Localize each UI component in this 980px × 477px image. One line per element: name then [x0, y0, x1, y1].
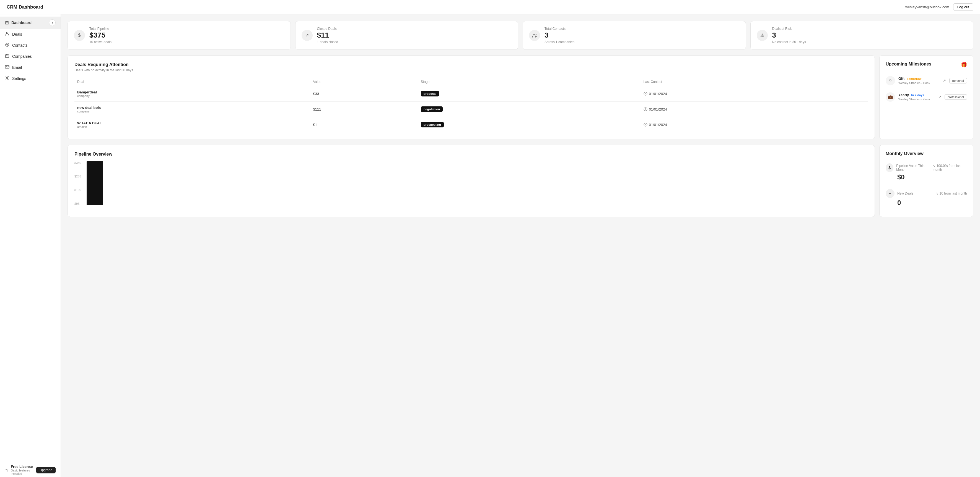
total-pipeline-icon: $ [74, 30, 85, 41]
svg-rect-5 [8, 55, 8, 56]
total-contacts-sub: Across 1 companies [544, 40, 574, 44]
deals-at-risk-icon: ⚠ [757, 30, 768, 41]
closed-deals-sub: 1 deals closed [317, 40, 338, 44]
milestone-arrow-icon[interactable]: ↗ [938, 95, 941, 99]
y-label-3: $190 [75, 188, 81, 192]
main-content: $ Total Pipeline $375 10 active deals ↗ … [61, 14, 980, 477]
logout-button[interactable]: Log out [953, 3, 974, 11]
milestone-when: Tomorrow [907, 77, 921, 81]
stat-card-closed-deals: ↗ Closed Deals $11 1 deals closed [295, 21, 519, 50]
sidebar-item-email[interactable]: Email [0, 62, 60, 73]
deal-stage: prospecting [418, 117, 641, 132]
table-row[interactable]: WHAT A DEAL amazin $1 prospecting 01/01/… [75, 117, 868, 132]
table-row[interactable]: new deal bois company $111 negotiation 0… [75, 101, 868, 117]
list-item[interactable]: 💼 Yearly In 2 days Wesley Straalen - ili… [886, 89, 967, 105]
monthly-new-deals: + New Deals ↘ 10 from last month 0 [886, 185, 967, 211]
pipeline-value-value: $0 [897, 173, 967, 181]
svg-point-1 [6, 43, 9, 46]
list-item[interactable]: ♡ Gift Tomorrow Wesley Straalen - ilionx… [886, 73, 967, 89]
license-name: Free License [11, 464, 36, 469]
last-contact: 01/01/2024 [644, 107, 865, 111]
svg-rect-3 [6, 55, 9, 57]
pipeline-value-label: Pipeline Value This Month [896, 164, 930, 172]
svg-point-9 [6, 78, 8, 79]
milestones-card: Upcoming Milestones 🎁 ♡ Gift Tomorrow We… [879, 55, 974, 139]
deal-cell: Bangerdeal company [75, 86, 310, 101]
sidebar-item-dashboard[interactable]: ⊞ Dashboard ‹ [0, 17, 60, 29]
milestone-info: Gift Tomorrow Wesley Straalen - ilionx [898, 76, 940, 84]
deal-value: $1 [310, 117, 418, 132]
pipeline-value-change: ↘ 100.0% from last month [933, 164, 967, 172]
milestone-icon: ♡ [886, 76, 895, 86]
deal-company: amazin [77, 125, 308, 128]
deals-at-risk-info: Deals at Risk 3 No contact in 30+ days [772, 27, 806, 44]
y-label-4: $95 [75, 202, 81, 205]
deal-name: new deal bois [77, 106, 308, 110]
stat-card-total-contacts: Total Contacts 3 Across 1 companies [523, 21, 746, 50]
svg-point-2 [6, 44, 8, 45]
deal-name: WHAT A DEAL [77, 121, 308, 125]
sidebar: ⊞ Dashboard ‹ Deals Contacts [0, 14, 61, 477]
deals-attention-title: Deals Requiring Attention [75, 62, 868, 67]
stat-card-total-pipeline: $ Total Pipeline $375 10 active deals [67, 21, 291, 50]
deal-cell: WHAT A DEAL amazin [75, 117, 310, 132]
sidebar-item-contacts[interactable]: Contacts [0, 40, 60, 51]
monthly-pipeline-value: $ Pipeline Value This Month ↘ 100.0% fro… [886, 160, 967, 185]
gift-icon: 🎁 [961, 62, 967, 68]
deals-attention-card: Deals Requiring Attention Deals with no … [67, 55, 875, 139]
deals-attention-subtitle: Deals with no activity in the last 30 da… [75, 68, 868, 72]
milestone-arrow-icon[interactable]: ↗ [943, 79, 946, 82]
stage-badge: proposal [421, 91, 439, 97]
total-pipeline-sub: 10 active deals [89, 40, 111, 44]
sidebar-item-label: Companies [12, 54, 32, 59]
deal-last-contact: 01/01/2024 [641, 101, 868, 117]
sidebar-nav: ⊞ Dashboard ‹ Deals Contacts [0, 14, 60, 86]
deals-at-risk-sub: No contact in 30+ days [772, 40, 806, 44]
monthly-overview-card: Monthly Overview $ Pipeline Value This M… [879, 145, 974, 217]
settings-icon [5, 76, 10, 81]
last-contact: 01/01/2024 [644, 123, 865, 127]
table-row[interactable]: Bangerdeal company $33 proposal 01/01/20… [75, 86, 868, 101]
sidebar-item-label: Settings [12, 76, 26, 81]
svg-rect-8 [5, 65, 9, 68]
deals-table: Deal Value Stage Last Contact Bangerdeal… [75, 78, 868, 132]
deal-value: $111 [310, 101, 418, 117]
milestone-title: Yearly In 2 days [898, 93, 935, 97]
new-deals-icon: + [886, 189, 894, 198]
deal-company: company [77, 110, 308, 113]
y-label-2: $285 [75, 175, 81, 178]
sidebar-collapse-button[interactable]: ‹ [49, 19, 56, 26]
upgrade-button[interactable]: Upgrade [36, 467, 56, 474]
milestone-when: In 2 days [911, 93, 924, 97]
total-contacts-label: Total Contacts [544, 27, 574, 31]
deals-icon [5, 32, 10, 37]
deal-name: Bangerdeal [77, 90, 308, 94]
svg-rect-4 [6, 55, 7, 56]
milestone-tag: personal [949, 78, 967, 84]
col-stage: Stage [418, 78, 641, 86]
new-deals-value: 0 [897, 199, 967, 207]
total-contacts-info: Total Contacts 3 Across 1 companies [544, 27, 574, 44]
milestones-title: Upcoming Milestones [886, 62, 931, 67]
sidebar-item-label: Deals [12, 32, 22, 36]
deal-stage: proposal [418, 86, 641, 101]
sidebar-item-deals[interactable]: Deals [0, 29, 60, 40]
chart-y-labels: $380 $285 $190 $95 [75, 161, 81, 205]
pipeline-value-icon: $ [886, 163, 893, 172]
milestone-icon: 💼 [886, 92, 895, 102]
contacts-icon [5, 43, 10, 48]
total-contacts-value: 3 [544, 31, 574, 39]
svg-point-0 [6, 32, 8, 34]
y-label-1: $380 [75, 161, 81, 165]
sidebar-item-label: Contacts [12, 43, 27, 48]
sidebar-bottom: ☆ Free License Basic features included U… [0, 460, 60, 477]
stat-card-deals-at-risk: ⚠ Deals at Risk 3 No contact in 30+ days [750, 21, 974, 50]
pipeline-overview-title: Pipeline Overview [75, 152, 868, 157]
new-deals-label: New Deals [897, 192, 913, 195]
sidebar-item-companies[interactable]: Companies [0, 51, 60, 62]
deal-value: $33 [310, 86, 418, 101]
sidebar-item-settings[interactable]: Settings [0, 73, 60, 84]
layout: ⊞ Dashboard ‹ Deals Contacts [0, 14, 980, 477]
header-right: wesleyvanstr@outlook.com Log out [905, 3, 974, 11]
milestone-title: Gift Tomorrow [898, 76, 940, 81]
